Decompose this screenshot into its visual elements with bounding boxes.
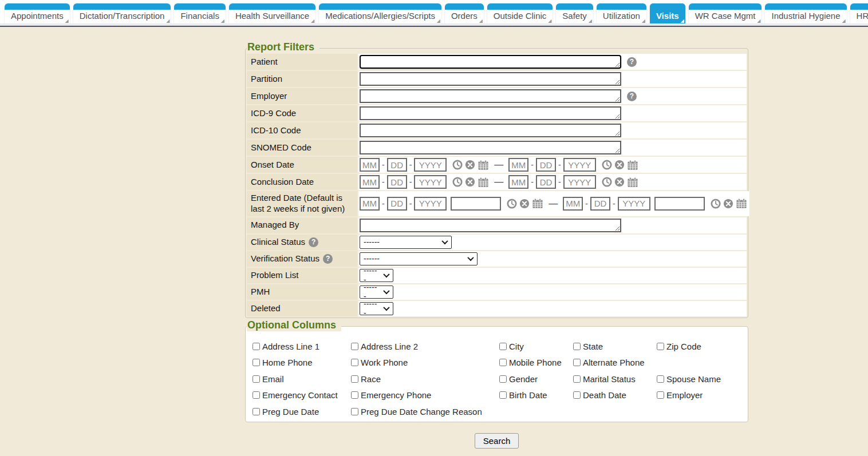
entered-from-time-input[interactable]	[451, 197, 501, 211]
clock-icon[interactable]	[452, 177, 463, 187]
checkbox-input[interactable]	[252, 359, 260, 366]
verification-status-help-icon[interactable]: ?	[323, 254, 333, 264]
conclusion-to-year-input[interactable]	[563, 175, 596, 189]
checkbox-state[interactable]: State	[573, 342, 657, 351]
entered-to-time-input[interactable]	[654, 197, 705, 211]
checkbox-input[interactable]	[252, 408, 260, 415]
calendar-icon[interactable]	[627, 160, 638, 170]
managed-by-input[interactable]	[360, 219, 621, 232]
conclusion-from-year-input[interactable]	[414, 175, 447, 189]
clinical-status-help-icon[interactable]: ?	[309, 237, 318, 247]
snomed-input[interactable]	[360, 141, 621, 154]
checkbox-input[interactable]	[573, 359, 581, 366]
checkbox-address-line-1[interactable]: Address Line 1	[252, 342, 351, 351]
onset-from-day-input[interactable]	[387, 158, 407, 172]
employer-help-icon[interactable]: ?	[627, 92, 637, 101]
calendar-icon[interactable]	[478, 177, 489, 188]
clinical-status-select[interactable]: ------	[360, 236, 452, 249]
checkbox-email[interactable]: Email	[252, 374, 351, 384]
conclusion-to-day-input[interactable]	[536, 175, 556, 189]
entered-to-day-input[interactable]	[590, 197, 610, 211]
tab-orders[interactable]: Orders◢	[445, 3, 484, 23]
checkbox-preg-due-date[interactable]: Preg Due Date	[252, 407, 351, 417]
checkbox-gender[interactable]: Gender	[499, 374, 573, 384]
tab-safety[interactable]: Safety◢	[556, 3, 593, 23]
clear-icon[interactable]	[614, 160, 625, 170]
checkbox-address-line-2[interactable]: Address Line 2	[351, 342, 499, 351]
checkbox-mobile-phone[interactable]: Mobile Phone	[499, 358, 573, 367]
checkbox-input[interactable]	[499, 375, 507, 383]
checkbox-preg-due-date-change-reason[interactable]: Preg Due Date Change Reason	[351, 407, 573, 417]
patient-help-icon[interactable]: ?	[627, 57, 637, 67]
checkbox-input[interactable]	[573, 391, 581, 399]
tab-visits[interactable]: Visits◢	[650, 3, 685, 23]
tab-health-surveillance[interactable]: Health Surveillance◢	[229, 3, 315, 23]
checkbox-employer[interactable]: Employer	[657, 390, 743, 400]
onset-from-year-input[interactable]	[414, 158, 447, 172]
checkbox-spouse-name[interactable]: Spouse Name	[657, 374, 743, 384]
clock-icon[interactable]	[507, 199, 517, 209]
checkbox-death-date[interactable]: Death Date	[573, 390, 657, 400]
deleted-select[interactable]: ------	[360, 302, 393, 315]
tab-outside-clinic[interactable]: Outside Clinic◢	[487, 3, 553, 23]
checkbox-input[interactable]	[573, 343, 581, 350]
checkbox-input[interactable]	[252, 343, 260, 350]
clock-icon[interactable]	[602, 177, 612, 187]
checkbox-input[interactable]	[499, 391, 507, 399]
clear-icon[interactable]	[465, 160, 475, 170]
checkbox-alternate-phone[interactable]: Alternate Phone	[573, 358, 657, 367]
entered-from-day-input[interactable]	[387, 197, 407, 211]
tab-wr-case-mgmt[interactable]: WR Case Mgmt◢	[689, 3, 762, 23]
pmh-select[interactable]: ------	[360, 286, 393, 299]
onset-from-month-input[interactable]	[360, 158, 380, 172]
entered-to-month-input[interactable]	[563, 197, 583, 211]
checkbox-input[interactable]	[351, 343, 358, 350]
icd9-input[interactable]	[360, 106, 621, 120]
clock-icon[interactable]	[602, 160, 612, 170]
checkbox-input[interactable]	[351, 391, 358, 399]
clear-icon[interactable]	[519, 199, 530, 209]
checkbox-input[interactable]	[499, 343, 507, 350]
partition-input[interactable]	[360, 72, 621, 86]
checkbox-work-phone[interactable]: Work Phone	[351, 358, 499, 367]
checkbox-input[interactable]	[351, 375, 358, 383]
problem-list-select[interactable]: ------	[360, 269, 393, 282]
icd10-input[interactable]	[360, 124, 621, 137]
tab-dictation-transcription[interactable]: Dictation/Transcription◢	[73, 3, 171, 23]
checkbox-input[interactable]	[657, 343, 664, 350]
verification-status-select[interactable]: ------	[360, 252, 478, 265]
onset-to-month-input[interactable]	[508, 158, 528, 172]
checkbox-input[interactable]	[499, 359, 507, 366]
entered-from-month-input[interactable]	[360, 197, 380, 211]
checkbox-input[interactable]	[351, 359, 358, 366]
clear-icon[interactable]	[465, 177, 475, 187]
checkbox-birth-date[interactable]: Birth Date	[499, 390, 573, 400]
conclusion-from-month-input[interactable]	[360, 175, 380, 189]
tab-utilization[interactable]: Utilization◢	[597, 3, 646, 23]
checkbox-zip-code[interactable]: Zip Code	[657, 342, 743, 351]
calendar-icon[interactable]	[736, 198, 747, 209]
tab-hr-data-feed[interactable]: HR Data Feed	[850, 3, 868, 23]
checkbox-emergency-phone[interactable]: Emergency Phone	[351, 390, 499, 400]
patient-input[interactable]	[360, 55, 621, 69]
tab-medications-allergies-scripts[interactable]: Medications/Allergies/Scripts◢	[319, 3, 441, 23]
checkbox-input[interactable]	[573, 375, 581, 383]
clear-icon[interactable]	[614, 177, 625, 187]
conclusion-to-month-input[interactable]	[508, 175, 528, 189]
clock-icon[interactable]	[711, 199, 721, 209]
checkbox-marital-status[interactable]: Marital Status	[573, 374, 657, 384]
checkbox-emergency-contact[interactable]: Emergency Contact	[252, 390, 351, 400]
calendar-icon[interactable]	[532, 198, 543, 209]
onset-to-day-input[interactable]	[536, 158, 556, 172]
checkbox-input[interactable]	[351, 408, 358, 415]
tab-industrial-hygiene[interactable]: Industrial Hygiene◢	[765, 3, 846, 23]
tab-financials[interactable]: Financials◢	[174, 3, 226, 23]
search-button[interactable]: Search	[475, 433, 519, 449]
onset-to-year-input[interactable]	[563, 158, 596, 172]
checkbox-race[interactable]: Race	[351, 374, 499, 384]
calendar-icon[interactable]	[627, 177, 638, 188]
conclusion-from-day-input[interactable]	[387, 175, 407, 189]
checkbox-input[interactable]	[657, 391, 664, 399]
entered-to-year-input[interactable]	[618, 197, 650, 211]
checkbox-city[interactable]: City	[499, 342, 573, 351]
